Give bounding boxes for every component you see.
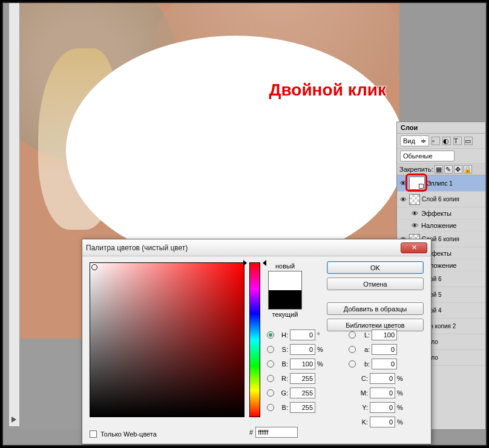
lock-pixels-icon[interactable]: ✎ <box>444 165 453 174</box>
label-y: Y: <box>349 404 368 411</box>
input-b-hsb[interactable] <box>290 359 315 369</box>
layer-ellipse-1[interactable]: 👁 Эллипс 1 <box>397 175 485 192</box>
radio-r[interactable] <box>267 375 274 382</box>
new-color-label: новый <box>267 262 303 270</box>
radio-h[interactable] <box>267 331 274 339</box>
label-k: K: <box>349 418 368 426</box>
label-h: H: <box>276 331 288 339</box>
lock-transparency-icon[interactable]: ▦ <box>435 165 443 174</box>
add-to-swatches-button[interactable]: Добавить в образцы <box>327 302 424 315</box>
swatch-preview: новый текущий <box>267 262 303 318</box>
layer-copy-6a[interactable]: 👁 Слой 6 копия <box>397 192 485 207</box>
visibility-eye-icon[interactable]: 👁 <box>410 221 419 230</box>
hex-row: # <box>249 427 298 438</box>
filter-type-icon[interactable]: T <box>453 137 462 145</box>
color-field[interactable] <box>90 262 244 417</box>
label-g: G: <box>276 389 288 397</box>
layer-thumbnail[interactable] <box>409 194 420 205</box>
input-s[interactable] <box>290 344 315 355</box>
radio-lab-b[interactable] <box>349 360 356 368</box>
annotation-double-click: Двойной клик <box>269 80 386 100</box>
color-inputs: H: ° S: % B: % <box>267 328 424 429</box>
input-b-rgb[interactable] <box>290 402 315 413</box>
label-m: M: <box>349 389 368 397</box>
cancel-button[interactable]: Отмена <box>327 278 424 290</box>
filter-shape-icon[interactable]: ▭ <box>464 137 473 145</box>
web-colors-only[interactable]: Только Web-цвета <box>90 430 157 438</box>
lock-position-icon[interactable]: ✥ <box>454 165 462 174</box>
label-b-rgb: B: <box>276 404 288 411</box>
color-picker-dialog: Палитра цветов (чистый цвет) ✕ новый тек… <box>82 239 432 444</box>
radio-b-hsb[interactable] <box>267 360 274 368</box>
label-c: C: <box>349 375 368 382</box>
label-r: R: <box>276 375 288 382</box>
left-ruler <box>9 3 20 426</box>
lock-row: Закрепить: ▦ ✎ ✥ 🔒 <box>397 164 485 175</box>
dialog-title: Палитра цветов (чистый цвет) <box>86 244 401 252</box>
play-marker-icon <box>11 417 16 423</box>
input-l[interactable] <box>372 330 397 340</box>
ok-button[interactable]: OK <box>327 261 424 274</box>
label-a: a: <box>358 346 370 353</box>
filter-pixel-icon[interactable]: ▫ <box>432 137 440 145</box>
label-b-hsb: B: <box>276 360 288 368</box>
radio-s[interactable] <box>267 346 274 353</box>
input-m[interactable] <box>370 388 395 398</box>
visibility-eye-icon[interactable]: 👁 <box>399 179 407 187</box>
radio-b-rgb[interactable] <box>267 404 274 411</box>
layers-tab[interactable]: Слои <box>397 122 485 134</box>
current-color-label: текущий <box>267 311 303 318</box>
layer-effects-row[interactable]: 👁 Эффекты <box>397 207 485 219</box>
app-frame: Двойной клик Слои Вид ≑ ▫ ◐ T ▭ Обычные … <box>2 2 487 446</box>
visibility-eye-icon[interactable]: 👁 <box>399 195 407 204</box>
hex-hash-icon: # <box>249 429 253 436</box>
input-g[interactable] <box>290 388 315 398</box>
label-l: L: <box>358 331 370 339</box>
label-s: S: <box>276 346 288 353</box>
white-ellipse-shape <box>66 36 399 265</box>
blend-mode-select[interactable]: Обычные <box>400 151 455 161</box>
hue-slider-thumb-icon[interactable] <box>246 260 264 266</box>
layer-effect-overlay[interactable]: 👁 Наложение <box>397 219 485 232</box>
layer-thumbnail[interactable] <box>409 177 425 190</box>
web-only-label: Только Web-цвета <box>100 430 157 438</box>
layer-kind-select[interactable]: Вид ≑ <box>400 135 429 146</box>
current-color-swatch[interactable] <box>269 290 301 309</box>
lock-all-icon[interactable]: 🔒 <box>464 165 472 174</box>
radio-l[interactable] <box>349 331 356 339</box>
input-a[interactable] <box>372 344 397 355</box>
input-r[interactable] <box>290 373 315 384</box>
label-lab-b: b: <box>358 360 370 368</box>
picker-cursor-icon <box>91 264 97 270</box>
close-button[interactable]: ✕ <box>401 242 427 253</box>
input-c[interactable] <box>370 373 395 384</box>
radio-g[interactable] <box>267 389 274 397</box>
visibility-eye-icon[interactable]: 👁 <box>410 209 419 218</box>
new-color-swatch <box>269 271 301 290</box>
web-only-checkbox[interactable] <box>90 430 97 438</box>
dialog-titlebar[interactable]: Палитра цветов (чистый цвет) ✕ <box>82 239 431 256</box>
filter-adjust-icon[interactable]: ◐ <box>442 137 451 145</box>
hue-slider[interactable] <box>249 262 260 417</box>
input-y[interactable] <box>370 402 395 413</box>
input-h[interactable] <box>290 330 315 340</box>
input-k[interactable] <box>370 417 395 427</box>
radio-a[interactable] <box>349 346 356 353</box>
input-lab-b[interactable] <box>372 359 397 369</box>
hex-input[interactable] <box>255 427 298 438</box>
